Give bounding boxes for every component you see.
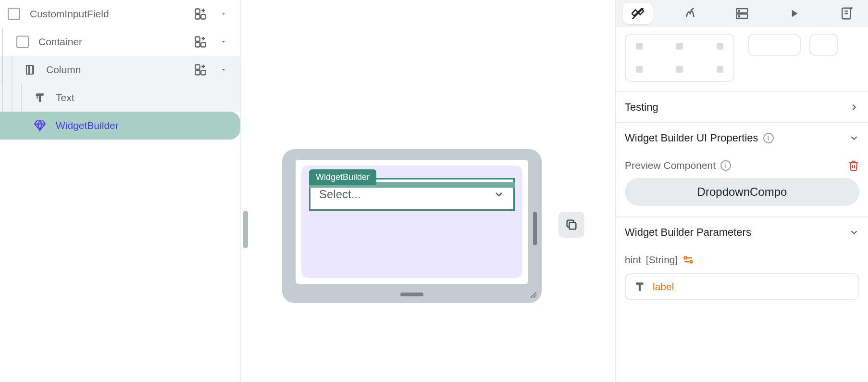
svg-rect-11 [30,65,32,74]
column-icon [23,63,37,77]
tree-row-column[interactable]: Column [0,56,240,84]
preview-component-name: DropdownCompo [697,185,787,199]
container-outline-icon [15,35,30,49]
svg-rect-20 [569,222,576,229]
tree-row-custominputfield[interactable]: CustomInputField [0,0,240,28]
tree-row-container[interactable]: Container [0,28,240,56]
widget-tree-panel: CustomInputField Container [0,0,240,382]
parameter-value-input[interactable]: label [625,273,859,300]
section-ui-properties[interactable]: Widget Builder UI Properties i [616,123,868,153]
parameter-name: hint [625,254,641,266]
tab-backend[interactable] [727,3,757,24]
chevron-down-icon [849,133,859,143]
section-label: Widget Builder Parameters [625,226,751,239]
selection-tag[interactable]: WidgetBuilder [309,169,376,185]
alignment-section [616,27,868,92]
svg-rect-14 [196,70,200,75]
add-child-button[interactable] [192,62,209,78]
text-icon [633,280,646,293]
svg-rect-6 [196,42,200,47]
svg-point-24 [739,15,740,17]
preview-component-pill[interactable]: DropdownCompo [625,178,859,206]
canvas: WidgetBuilder Select... [240,0,615,382]
chevron-down-icon [849,227,859,238]
parameter-type: [String] [646,254,678,266]
tree-label: Text [56,92,236,103]
properties-tab-bar [616,0,868,27]
preview-container: WidgetBuilder Select... [301,166,522,278]
variable-icon[interactable] [682,254,694,266]
device-home-bar [400,293,423,296]
tree-label: WidgetBuilder [56,120,236,131]
tab-run[interactable] [779,3,809,24]
section-testing[interactable]: Testing [616,92,868,123]
svg-point-32 [690,261,693,263]
dropdown-placeholder: Select... [319,188,361,201]
text-icon [33,90,47,105]
add-child-button[interactable] [192,34,209,50]
svg-rect-2 [201,14,205,19]
preview-label: Preview Component [625,160,716,171]
section-label: Testing [625,101,658,114]
properties-panel: Testing Widget Builder UI Properties i P… [615,0,868,382]
svg-rect-13 [196,65,200,69]
svg-rect-1 [196,14,200,19]
chevron-down-icon [493,189,505,200]
tree-label: Column [46,64,192,76]
section-parameters[interactable]: Widget Builder Parameters [616,217,868,247]
chevron-right-icon [849,102,859,113]
section-label: Widget Builder UI Properties [625,132,758,144]
diamond-icon [33,118,47,133]
alignment-grid[interactable] [625,34,734,82]
info-icon[interactable]: i [720,160,731,171]
device-screen: WidgetBuilder Select... [296,160,528,284]
svg-rect-0 [196,9,200,13]
svg-point-30 [684,257,687,259]
svg-rect-5 [196,37,200,41]
info-icon[interactable]: i [763,133,774,143]
parameter-value: label [653,281,674,293]
tab-actions[interactable] [675,3,705,24]
alignment-aux-box-small[interactable] [809,34,838,56]
scrollbar-thumb[interactable] [243,211,248,248]
container-outline-icon [7,7,21,21]
svg-line-18 [531,292,536,298]
tree-row-widgetbuilder[interactable]: WidgetBuilder [0,112,240,140]
tab-docs[interactable] [831,3,861,24]
svg-point-23 [739,10,740,12]
device-side-button [533,212,537,245]
resize-handle-icon[interactable] [529,291,538,299]
dropdown-caret-icon[interactable] [215,6,232,22]
tree-label: Container [38,36,192,48]
dropdown-caret-icon[interactable] [215,34,232,50]
device-frame: WidgetBuilder Select... [282,149,542,303]
svg-line-19 [533,295,536,298]
svg-rect-7 [201,42,205,47]
alignment-aux-box[interactable] [748,34,801,56]
trash-icon[interactable] [848,160,859,171]
tree-label: CustomInputField [30,8,192,20]
dropdown-caret-icon[interactable] [215,62,232,78]
tab-design[interactable] [623,3,653,24]
tree-row-text[interactable]: Text [0,84,240,112]
svg-rect-15 [201,70,205,75]
parameter-row: hint [String] [616,247,868,269]
svg-rect-10 [26,65,29,74]
add-child-button[interactable] [192,6,209,22]
copy-button[interactable] [558,212,584,238]
